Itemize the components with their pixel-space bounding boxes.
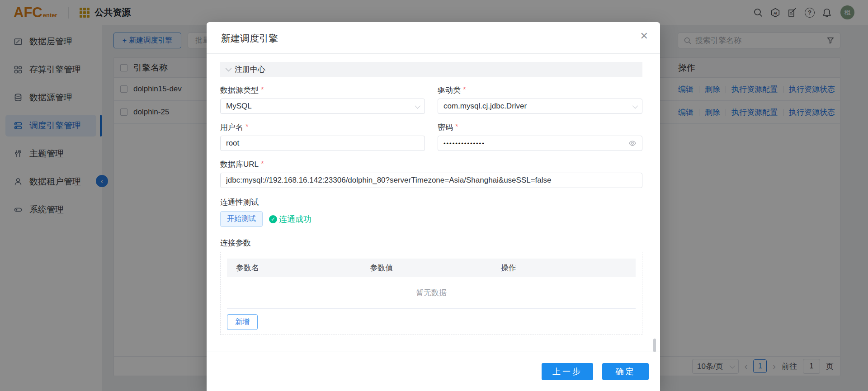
connection-params-table: 参数名 参数值 操作 暂无数据 新增 bbox=[220, 252, 642, 335]
driver-class-label: 驱动类* bbox=[438, 85, 642, 95]
chevron-down-icon bbox=[632, 103, 638, 108]
registry-section-header[interactable]: 注册中心 bbox=[220, 62, 642, 77]
chevron-down-icon bbox=[226, 66, 231, 71]
required-mark: * bbox=[245, 122, 249, 132]
check-circle-icon: ✓ bbox=[269, 215, 277, 223]
connect-success-status: ✓ 连通成功 bbox=[269, 214, 311, 225]
dialog-scrollbar-thumb[interactable] bbox=[653, 339, 656, 352]
close-icon[interactable]: ✕ bbox=[640, 31, 648, 41]
connectivity-label: 连通性测试 bbox=[220, 197, 642, 207]
empty-data-text: 暂无数据 bbox=[227, 277, 636, 309]
username-label: 用户名* bbox=[220, 122, 425, 132]
connection-params-label: 连接参数 bbox=[220, 238, 642, 248]
db-url-label: 数据库URL* bbox=[220, 159, 642, 169]
required-mark: * bbox=[455, 122, 458, 132]
required-mark: * bbox=[261, 160, 264, 169]
dialog-title: 新建调度引擎 bbox=[221, 32, 278, 45]
db-url-input[interactable]: jdbc:mysql://192.168.16.142:23306/dolphi… bbox=[220, 173, 642, 188]
datasource-type-select[interactable]: MySQL bbox=[220, 99, 425, 114]
column-param-actions: 操作 bbox=[501, 263, 636, 273]
start-test-button[interactable]: 开始测试 bbox=[220, 211, 263, 227]
driver-class-select[interactable]: com.mysql.cj.jdbc.Driver bbox=[438, 99, 642, 114]
chevron-down-icon bbox=[415, 103, 421, 108]
eye-icon[interactable] bbox=[628, 139, 637, 147]
params-header-row: 参数名 参数值 操作 bbox=[227, 259, 636, 277]
confirm-button[interactable]: 确定 bbox=[602, 363, 649, 380]
required-mark: * bbox=[463, 85, 466, 94]
datasource-type-label: 数据源类型* bbox=[220, 85, 425, 95]
add-param-button[interactable]: 新增 bbox=[227, 314, 258, 330]
dialog-header: 新建调度引擎 ✕ bbox=[207, 22, 660, 54]
previous-step-button[interactable]: 上一步 bbox=[542, 363, 593, 380]
required-mark: * bbox=[261, 85, 264, 94]
dialog-body: 注册中心 数据源类型* MySQL 驱动类* bbox=[207, 54, 660, 352]
page: AFC enter 公共资源 AI ? 租 bbox=[0, 0, 868, 391]
password-label: 密码* bbox=[438, 122, 642, 132]
password-input[interactable]: •••••••••••••• bbox=[438, 136, 642, 151]
username-input[interactable]: root bbox=[220, 136, 425, 151]
column-param-value: 参数值 bbox=[370, 263, 500, 273]
column-param-name: 参数名 bbox=[227, 263, 370, 273]
dialog-footer: 上一步 确定 bbox=[207, 352, 660, 391]
new-engine-dialog: 新建调度引擎 ✕ 注册中心 数据源类型* MySQL bbox=[207, 22, 660, 391]
